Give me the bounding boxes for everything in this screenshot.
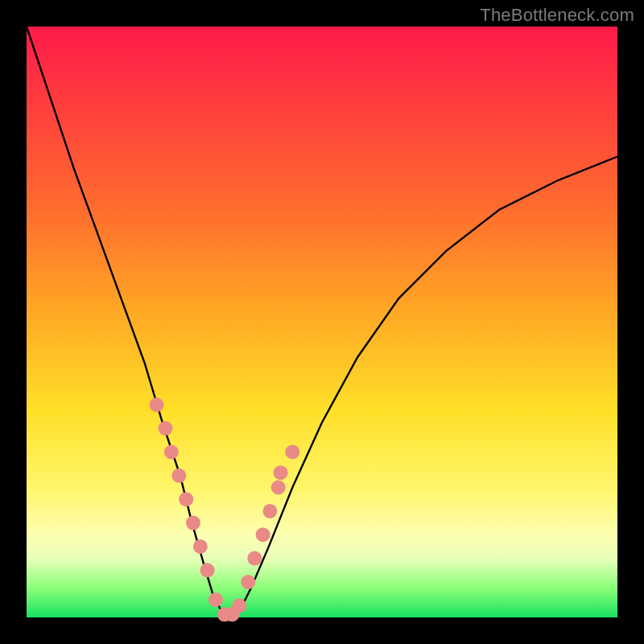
marker-dot <box>159 421 173 436</box>
marker-group <box>150 398 300 622</box>
chart-frame: TheBottleneck.com <box>0 0 644 644</box>
marker-dot <box>232 598 246 613</box>
marker-dot <box>241 575 255 589</box>
marker-dot <box>247 551 262 566</box>
watermark-text: TheBottleneck.com <box>480 5 634 26</box>
chart-svg <box>27 27 617 617</box>
marker-dot <box>262 504 277 518</box>
marker-dot <box>271 481 286 495</box>
marker-dot <box>193 539 208 554</box>
marker-dot <box>256 527 270 542</box>
marker-dot <box>150 398 164 412</box>
marker-dot <box>200 563 215 577</box>
marker-dot <box>285 445 299 460</box>
marker-dot <box>164 445 179 460</box>
marker-dot <box>171 469 186 483</box>
marker-dot <box>208 592 223 607</box>
marker-dot <box>274 465 288 480</box>
curve-line <box>27 27 617 617</box>
marker-dot <box>179 492 193 506</box>
marker-dot <box>186 516 200 530</box>
plot-area <box>27 27 617 617</box>
